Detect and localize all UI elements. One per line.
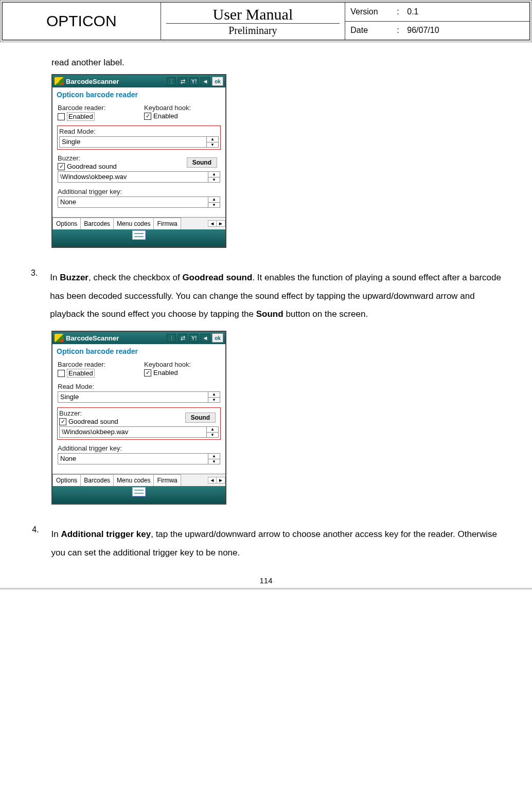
sound-button[interactable]: Sound <box>185 413 216 423</box>
barcode-reader-label: Barcode reader: <box>58 361 134 368</box>
title-cell: User Manual Preliminary <box>161 3 345 40</box>
signal-icon[interactable]: Y! <box>189 77 199 85</box>
read-mode-spinner[interactable]: ▲▼ <box>207 137 218 147</box>
step-4-text: In Additional trigger key, tap the upwar… <box>51 525 501 562</box>
date-label: Date <box>350 26 392 35</box>
tab-firmware[interactable]: Firmwa <box>154 474 181 486</box>
barcode-reader-label: Barcode reader: <box>58 104 134 112</box>
additional-trigger-label: Additional trigger key: <box>58 188 220 195</box>
read-mode-field[interactable]: Single ▲▼ <box>58 391 220 403</box>
sound-path-spinner[interactable]: ▲▼ <box>207 427 218 437</box>
barcode-reader-checkbox[interactable] <box>58 370 65 377</box>
status-icon-1[interactable]: ⋮ <box>167 77 176 85</box>
additional-trigger-field[interactable]: None ▲▼ <box>58 453 220 464</box>
header-table: OPTICON User Manual Preliminary Version … <box>2 2 530 40</box>
volume-icon[interactable]: ◄ <box>201 77 210 85</box>
sound-path-spinner[interactable]: ▲▼ <box>208 172 220 182</box>
sound-path-field[interactable]: \Windows\okbeep.wav ▲▼ <box>58 171 220 183</box>
read-mode-label: Read Mode: <box>59 128 219 135</box>
additional-trigger-value: None <box>58 197 208 207</box>
sound-path-field[interactable]: \Windows\okbeep.wav ▲▼ <box>59 426 219 438</box>
tab-scroll-arrows[interactable]: ◄► <box>208 477 225 483</box>
date-row: Date : 96/07/10 <box>345 21 530 40</box>
tabs-row: Options Barcodes Menu codes Firmwa ◄► <box>52 217 225 229</box>
version-label: Version <box>350 7 392 16</box>
keyboard-icon[interactable] <box>132 487 146 496</box>
sound-button[interactable]: Sound <box>187 157 217 168</box>
read-mode-section: Read Mode: Single ▲▼ <box>58 383 220 403</box>
buzzer-label: Buzzer: <box>58 154 117 162</box>
barcode-reader-enabled-text: Enabled <box>67 369 95 378</box>
buzzer-section: Buzzer: ✓ Goodread sound Sound \Windows\… <box>58 154 220 183</box>
tab-firmware[interactable]: Firmwa <box>154 218 181 229</box>
goodread-checkbox[interactable]: ✓ <box>58 163 65 170</box>
tab-menu-codes[interactable]: Menu codes <box>114 218 154 229</box>
goodread-label: Goodread sound <box>68 418 118 425</box>
sound-path-value: \Windows\okbeep.wav <box>60 427 207 437</box>
window-title: BarcodeScanner <box>66 334 119 342</box>
keyboard-hook-label: Keyboard hook: <box>144 104 220 112</box>
additional-trigger-spinner[interactable]: ▲▼ <box>208 197 220 207</box>
additional-trigger-field[interactable]: None ▲▼ <box>58 196 220 208</box>
tab-menu-codes[interactable]: Menu codes <box>114 474 154 486</box>
read-mode-field[interactable]: Single ▲▼ <box>59 136 219 148</box>
step-3-number: 3. <box>31 268 38 324</box>
window-titlebar: BarcodeScanner ⋮ ⇄ Y! ◄ ok <box>52 332 225 344</box>
doc-title: User Manual <box>166 6 340 23</box>
bottom-shadow <box>0 588 532 590</box>
sound-path-value: \Windows\okbeep.wav <box>58 172 208 182</box>
ok-button[interactable]: ok <box>212 333 223 343</box>
signal-icon[interactable]: Y! <box>189 334 199 342</box>
buzzer-section: Buzzer: ✓ Goodread sound Sound \Windows\… <box>58 408 220 439</box>
version-row: Version : 0.1 <box>345 3 530 22</box>
read-mode-section: Read Mode: Single ▲▼ <box>58 126 220 149</box>
status-icon-2[interactable]: ⇄ <box>178 334 187 342</box>
bottom-bar <box>52 229 225 247</box>
keyboard-hook-checkbox[interactable]: ✓ <box>144 369 151 376</box>
buzzer-label: Buzzer: <box>59 409 118 417</box>
version-value: 0.1 <box>407 7 418 16</box>
status-icon-1[interactable]: ⋮ <box>167 334 176 342</box>
additional-trigger-section: Additional trigger key: None ▲▼ <box>58 444 220 464</box>
read-mode-value: Single <box>60 137 207 147</box>
tab-scroll-arrows[interactable]: ◄► <box>208 220 225 227</box>
intro-text: read another label. <box>51 58 501 68</box>
read-mode-label: Read Mode: <box>58 383 220 390</box>
screenshot-2: BarcodeScanner ⋮ ⇄ Y! ◄ ok Opticon barco… <box>51 331 226 505</box>
tab-barcodes[interactable]: Barcodes <box>81 218 114 229</box>
barcode-reader-checkbox[interactable] <box>58 113 65 120</box>
keyboard-hook-enabled-text: Enabled <box>153 369 178 376</box>
additional-trigger-spinner[interactable]: ▲▼ <box>208 454 220 464</box>
volume-icon[interactable]: ◄ <box>201 334 210 342</box>
tab-options[interactable]: Options <box>52 474 81 486</box>
window-titlebar: BarcodeScanner ⋮ ⇄ Y! ◄ ok <box>52 75 225 87</box>
keyboard-icon[interactable] <box>132 230 146 240</box>
additional-trigger-label: Additional trigger key: <box>58 444 220 452</box>
tab-options[interactable]: Options <box>52 218 81 229</box>
additional-trigger-section: Additional trigger key: None ▲▼ <box>58 188 220 208</box>
window-title: BarcodeScanner <box>66 78 119 85</box>
brand-text: OPTICON <box>46 12 117 29</box>
additional-trigger-value: None <box>58 454 208 464</box>
step-3: 3. In Buzzer, check the checkbox of Good… <box>31 268 501 324</box>
goodread-checkbox[interactable]: ✓ <box>59 418 66 425</box>
doc-subtitle: Preliminary <box>166 23 340 37</box>
read-mode-value: Single <box>58 392 208 402</box>
step-3-text: In Buzzer, check the checkbox of Goodrea… <box>50 268 501 324</box>
tabs-row: Options Barcodes Menu codes Firmwa ◄► <box>52 474 225 486</box>
page-number: 114 <box>0 574 532 588</box>
brand-cell: OPTICON <box>3 3 161 40</box>
tab-barcodes[interactable]: Barcodes <box>81 474 114 486</box>
screenshot-1: BarcodeScanner ⋮ ⇄ Y! ◄ ok Opticon barco… <box>51 74 226 248</box>
date-value: 96/07/10 <box>407 26 439 35</box>
start-icon[interactable] <box>55 334 64 342</box>
keyboard-hook-checkbox[interactable]: ✓ <box>144 113 151 120</box>
bottom-bar <box>52 486 225 504</box>
status-icon-2[interactable]: ⇄ <box>178 77 187 85</box>
app-subtitle: Opticon barcode reader <box>52 344 225 361</box>
start-icon[interactable] <box>55 77 64 85</box>
read-mode-spinner[interactable]: ▲▼ <box>208 392 220 402</box>
ok-button[interactable]: ok <box>212 77 223 86</box>
barcode-reader-enabled-text: Enabled <box>67 112 95 121</box>
step-4: 4. In Additional trigger key, tap the up… <box>31 525 501 562</box>
